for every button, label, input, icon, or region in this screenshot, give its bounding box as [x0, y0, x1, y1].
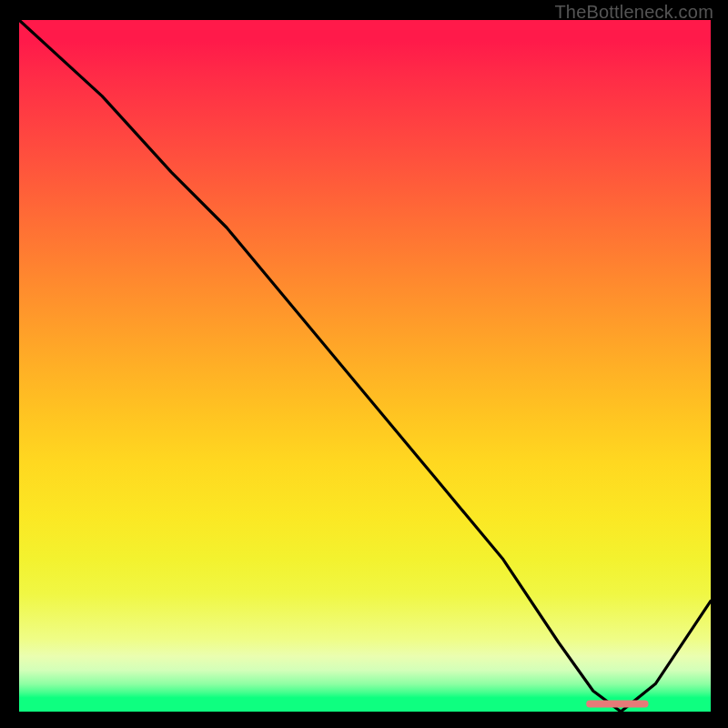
optimal-range-marker — [586, 701, 648, 708]
bottleneck-curve-line — [19, 20, 711, 712]
line-overlay — [19, 20, 711, 712]
chart-stage: TheBottleneck.com — [0, 0, 728, 728]
watermark-label: TheBottleneck.com — [554, 2, 713, 23]
plot-area — [19, 20, 711, 712]
